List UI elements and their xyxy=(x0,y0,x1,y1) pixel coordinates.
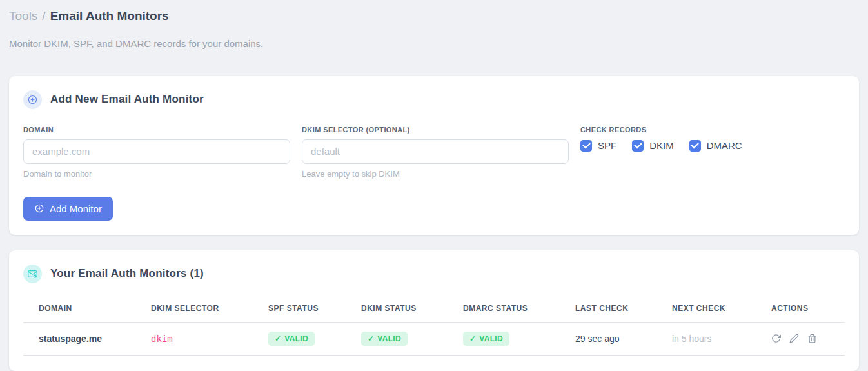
domain-input[interactable] xyxy=(23,139,290,164)
add-monitor-card-header: Add New Email Auth Monitor xyxy=(23,90,845,109)
spf-status-badge: ✓ VALID xyxy=(268,332,315,346)
column-header-domain: DOMAIN xyxy=(23,296,135,323)
dmarc-checkbox[interactable] xyxy=(689,140,701,152)
monitors-list-card: Your Email Auth Monitors (1) DOMAIN DKIM… xyxy=(9,250,859,371)
column-header-dkim-status: DKIM STATUS xyxy=(346,296,448,323)
check-records-label: CHECK RECORDS xyxy=(580,126,845,134)
column-header-next-check: NEXT CHECK xyxy=(656,296,756,323)
monitor-last-check: 29 sec ago xyxy=(560,322,656,355)
spf-checkbox[interactable] xyxy=(580,140,592,152)
dkim-status-cell: ✓ VALID xyxy=(346,322,448,355)
delete-button[interactable] xyxy=(807,334,817,343)
refresh-button[interactable] xyxy=(771,334,781,343)
dmarc-checkbox-group[interactable]: DMARC xyxy=(689,140,742,152)
monitor-next-check: in 5 hours xyxy=(656,322,756,355)
delete-icon xyxy=(807,334,817,343)
breadcrumb-tools-link[interactable]: Tools xyxy=(9,9,37,23)
check-icon: ✓ xyxy=(368,334,374,343)
dmarc-checkbox-label: DMARC xyxy=(707,140,742,151)
add-monitor-button-label: Add Monitor xyxy=(50,203,102,214)
column-header-dmarc-status: DMARC STATUS xyxy=(448,296,560,323)
check-icon: ✓ xyxy=(275,334,281,343)
table-row: statuspage.me dkim ✓ VALID ✓ VALID xyxy=(23,322,845,355)
spf-status-label: VALID xyxy=(284,334,308,343)
add-monitor-form: DOMAIN Domain to monitor DKIM SELECTOR (… xyxy=(23,126,845,179)
actions-cell xyxy=(756,322,845,355)
dmarc-status-label: VALID xyxy=(479,334,503,343)
monitors-table: DOMAIN DKIM SELECTOR SPF STATUS DKIM STA… xyxy=(23,296,845,356)
dkim-checkbox-label: DKIM xyxy=(649,140,674,151)
plus-circle-icon xyxy=(34,203,44,214)
spf-checkbox-label: SPF xyxy=(598,140,616,151)
check-icon: ✓ xyxy=(469,334,476,343)
edit-button[interactable] xyxy=(789,334,799,343)
spf-status-cell: ✓ VALID xyxy=(253,322,346,355)
page-subtitle: Monitor DKIM, SPF, and DMARC records for… xyxy=(9,38,859,49)
refresh-icon xyxy=(771,334,781,343)
domain-field-label: DOMAIN xyxy=(23,126,290,134)
domain-field-group: DOMAIN Domain to monitor xyxy=(23,126,290,179)
monitors-card-header: Your Email Auth Monitors (1) xyxy=(23,265,845,283)
monitors-card-title: Your Email Auth Monitors (1) xyxy=(50,267,204,280)
check-records-group: CHECK RECORDS SPF DKIM DMARC xyxy=(580,126,845,152)
page-title: Email Auth Monitors xyxy=(50,9,169,23)
add-monitor-button[interactable]: Add Monitor xyxy=(23,197,113,221)
add-monitor-card-title: Add New Email Auth Monitor xyxy=(50,93,204,106)
domain-field-helper: Domain to monitor xyxy=(23,169,290,179)
dkim-checkbox[interactable] xyxy=(632,140,644,152)
dkim-selector-field-group: DKIM SELECTOR (OPTIONAL) Leave empty to … xyxy=(302,126,569,179)
envelope-check-icon xyxy=(23,265,42,283)
column-header-actions: ACTIONS xyxy=(756,296,845,323)
column-header-last-check: LAST CHECK xyxy=(560,296,656,323)
dkim-selector-field-label: DKIM SELECTOR (OPTIONAL) xyxy=(302,126,569,134)
plus-circle-icon xyxy=(23,90,42,109)
dmarc-status-badge: ✓ VALID xyxy=(463,332,509,346)
add-monitor-card: Add New Email Auth Monitor DOMAIN Domain… xyxy=(9,76,859,235)
email-auth-monitors-page: Tools/Email Auth Monitors Monitor DKIM, … xyxy=(0,0,868,371)
check-records-options: SPF DKIM DMARC xyxy=(580,140,845,152)
column-header-dkim-selector: DKIM SELECTOR xyxy=(135,296,253,323)
dkim-selector-field-helper: Leave empty to skip DKIM xyxy=(302,169,569,179)
edit-icon xyxy=(789,334,799,343)
monitor-domain: statuspage.me xyxy=(23,322,135,355)
dkim-status-badge: ✓ VALID xyxy=(361,332,408,346)
table-header-row: DOMAIN DKIM SELECTOR SPF STATUS DKIM STA… xyxy=(23,296,845,323)
spf-checkbox-group[interactable]: SPF xyxy=(580,140,616,152)
monitor-dkim-selector: dkim xyxy=(135,322,253,355)
dmarc-status-cell: ✓ VALID xyxy=(448,322,560,355)
dkim-status-label: VALID xyxy=(377,334,401,343)
breadcrumb: Tools/Email Auth Monitors xyxy=(9,6,859,25)
dkim-selector-input[interactable] xyxy=(302,139,569,164)
breadcrumb-separator: / xyxy=(42,9,45,23)
dkim-checkbox-group[interactable]: DKIM xyxy=(632,140,674,152)
column-header-spf-status: SPF STATUS xyxy=(253,296,346,323)
